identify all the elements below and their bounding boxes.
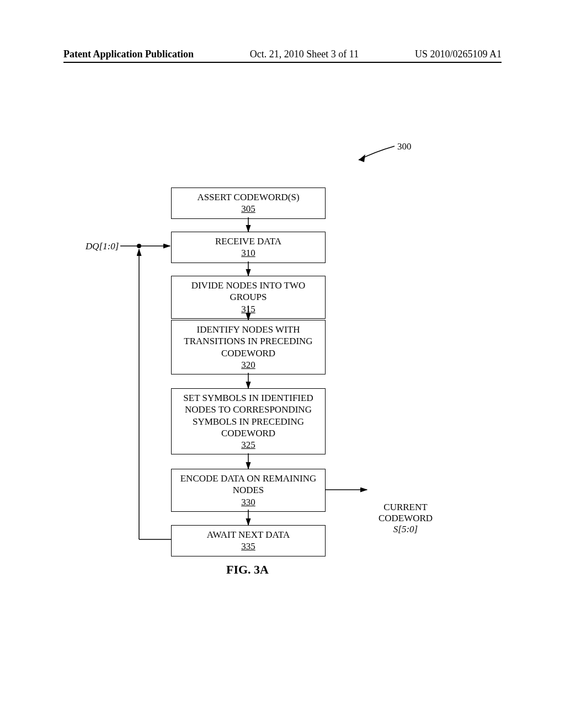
box-335: AWAIT NEXT DATA 335 [171,525,326,556]
box-305: ASSERT CODEWORD(S) 305 [171,188,326,219]
header-rule [63,62,502,63]
input-dq-label: DQ[1:0] [86,241,119,252]
box-325: SET SYMBOLS IN IDENTIFIED NODES TO CORRE… [171,388,326,454]
output-codeword-label: CURRENT CODEWORD S[5:0] [372,502,439,535]
box-310: RECEIVE DATA 310 [171,232,326,263]
ref-300: 300 [397,141,412,152]
header-right: US 2010/0265109 A1 [415,49,502,60]
figure-caption: FIG. 3A [226,563,269,577]
header-mid: Oct. 21, 2010 Sheet 3 of 11 [250,49,359,60]
box-320: IDENTIFY NODES WITH TRANSITIONS IN PRECE… [171,320,326,374]
box-315: DIVIDE NODES INTO TWO GROUPS 315 [171,276,326,319]
header-left: Patent Application Publication [63,49,194,60]
svg-point-8 [137,244,141,248]
page-header: Patent Application Publication Oct. 21, … [63,49,502,60]
svg-marker-0 [359,154,365,162]
box-330: ENCODE DATA ON REMAINING NODES 330 [171,469,326,512]
